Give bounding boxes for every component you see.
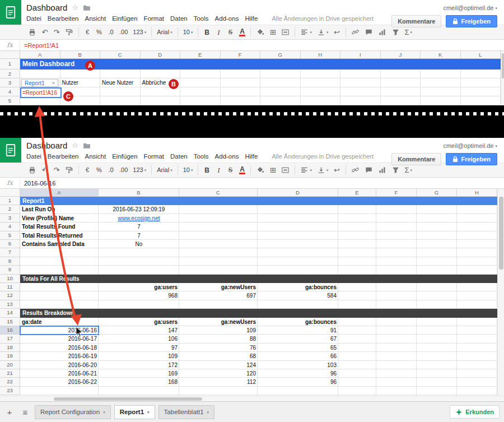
value-cell[interactable]: 169 — [99, 369, 179, 378]
date-cell[interactable]: 2016-06-19 — [20, 352, 99, 360]
vertical-scroll-thumb[interactable] — [499, 197, 503, 270]
menu-add-ons[interactable]: Add-ons — [215, 15, 239, 22]
share-button[interactable]: Freigeben — [446, 15, 497, 27]
value-cell[interactable]: 66 — [258, 352, 338, 360]
account-email[interactable]: cmeil@optimeil.de▾ — [443, 142, 497, 149]
toolbar-increase-decimal-places[interactable]: .00 — [117, 26, 130, 39]
value-cell[interactable]: 76 — [179, 344, 258, 352]
value-cell[interactable]: 124 — [179, 361, 258, 369]
column-header-A[interactable]: A — [20, 189, 99, 197]
report-title-row[interactable]: Report1 — [20, 197, 497, 205]
vertical-scrollbar[interactable] — [497, 189, 504, 396]
column-header-J[interactable]: J — [381, 51, 421, 59]
value-cell[interactable]: 88 — [179, 335, 258, 343]
row-header-2[interactable]: 2 — [0, 69, 20, 78]
row-header-20[interactable]: 20 — [0, 361, 20, 369]
menu-tools[interactable]: Tools — [194, 153, 209, 160]
toolbar-print[interactable] — [26, 164, 39, 177]
grid-corner-button[interactable] — [0, 51, 20, 59]
folder-icon[interactable] — [83, 141, 91, 151]
toolbar-vertical-align[interactable]: ▾ — [315, 164, 331, 177]
column-header-H[interactable]: H — [301, 51, 341, 59]
info-label[interactable]: Contains Sampled Data — [20, 240, 99, 248]
toolbar-filter[interactable] — [389, 164, 402, 177]
toolbar-strikethrough[interactable]: S — [225, 164, 236, 177]
toolbar-font-family[interactable]: Arial▾ — [155, 26, 175, 39]
info-label[interactable]: Last Run On — [20, 205, 99, 214]
column-header-B[interactable]: B — [60, 51, 101, 59]
toolbar-strikethrough[interactable]: S — [225, 26, 236, 39]
totals-value[interactable]: 968 — [99, 291, 179, 300]
toolbar-format-currency[interactable]: € — [82, 164, 93, 177]
value-cell[interactable]: 68 — [179, 352, 258, 360]
sheets-logo[interactable] — [0, 138, 21, 163]
toolbar-text-wrap[interactable]: ↩ — [332, 26, 343, 39]
row-header-18[interactable]: 18 — [0, 344, 20, 352]
vertical-scrollbar[interactable] — [501, 51, 504, 105]
column-header-I[interactable]: I — [340, 51, 381, 59]
menu-format[interactable]: Format — [144, 15, 164, 22]
formula-input[interactable]: =Report1!A1 — [20, 42, 59, 49]
value-cell[interactable]: 97 — [99, 344, 179, 352]
toolbar-text-color[interactable]: A — [236, 164, 248, 177]
toolbar-insert-comment[interactable] — [362, 26, 375, 39]
date-cell[interactable]: 2016-06-21 — [20, 369, 99, 378]
value-cell[interactable]: 147 — [99, 326, 179, 335]
column-header-C[interactable]: C — [179, 189, 258, 197]
column-header-G[interactable]: G — [260, 51, 301, 59]
toolbar-insert-chart[interactable] — [376, 26, 389, 39]
toolbar-text-color[interactable]: A — [236, 26, 248, 39]
row-header-15[interactable]: 15 — [0, 318, 20, 326]
value-cell[interactable]: 91 — [258, 326, 338, 335]
menu-ansicht[interactable]: Ansicht — [85, 153, 106, 160]
menu-bearbeiten[interactable]: Bearbeiten — [48, 15, 79, 22]
row-header-11[interactable]: 11 — [0, 283, 20, 291]
toolbar-format-currency[interactable]: € — [82, 26, 93, 39]
toolbar-horizontal-align[interactable]: ▾ — [298, 164, 314, 177]
sheet-tab-report1[interactable]: Report1▾ — [114, 405, 155, 419]
row-header-23[interactable]: 23 — [0, 387, 20, 395]
toolbar-more-number-formats[interactable]: 123▾ — [130, 164, 148, 177]
value-cell[interactable]: 168 — [99, 378, 179, 386]
value-cell[interactable]: 65 — [258, 344, 338, 352]
toolbar-format-percent[interactable]: % — [94, 164, 105, 177]
column-header-E[interactable]: E — [338, 189, 376, 197]
vertical-scroll-thumb[interactable] — [502, 53, 504, 78]
row-header-4[interactable]: 4 — [0, 87, 20, 96]
info-value[interactable]: No — [99, 240, 179, 248]
column-header-C[interactable]: C — [100, 51, 141, 59]
grid-corner-button[interactable] — [0, 189, 20, 197]
column-header-F[interactable]: F — [221, 51, 261, 59]
menu-add-ons[interactable]: Add-ons — [215, 153, 239, 160]
toolbar-borders[interactable]: ⊞ — [267, 26, 278, 39]
toolbar-insert-chart[interactable] — [376, 164, 389, 177]
toolbar-undo[interactable]: ↶ — [39, 164, 50, 177]
date-column-header[interactable]: ga:date — [20, 318, 99, 326]
cell-editor[interactable]: =Report1!A16 — [20, 87, 62, 98]
column-header-B[interactable]: B — [99, 189, 179, 197]
menu-datei[interactable]: Datei — [26, 153, 41, 160]
comments-button[interactable]: Kommentare — [391, 153, 441, 165]
star-icon[interactable]: ☆ — [72, 4, 78, 11]
chip-close-icon[interactable]: × — [52, 80, 55, 86]
toolbar-decrease-decimal-places[interactable]: .0 — [105, 26, 116, 39]
value-cell[interactable]: 96 — [258, 369, 338, 378]
column-header-K[interactable]: K — [421, 51, 461, 59]
value-cell[interactable]: 109 — [99, 352, 179, 360]
toolbar-italic[interactable]: I — [213, 164, 224, 177]
row-header-1[interactable]: 1 — [0, 59, 20, 69]
save-status-text[interactable]: Alle Änderungen in Drive gespeichert — [272, 153, 374, 160]
value-cell[interactable]: 112 — [179, 378, 258, 386]
add-sheet-button[interactable]: + — [3, 406, 16, 418]
sheets-logo[interactable] — [0, 0, 21, 25]
column-header-G[interactable]: G — [417, 189, 457, 197]
toolbar-bold[interactable]: B — [201, 26, 212, 39]
menu-format[interactable]: Format — [144, 153, 164, 160]
value-cell[interactable]: 96 — [258, 378, 338, 386]
column-header-D[interactable]: D — [141, 51, 181, 59]
document-title[interactable]: Dashboard — [26, 141, 67, 150]
value-cell[interactable]: 172 — [99, 361, 179, 369]
toolbar-vertical-align[interactable]: ▾ — [315, 26, 331, 39]
toolbar-more-number-formats[interactable]: 123▾ — [130, 26, 148, 39]
menu-hilfe[interactable]: Hilfe — [245, 153, 258, 160]
